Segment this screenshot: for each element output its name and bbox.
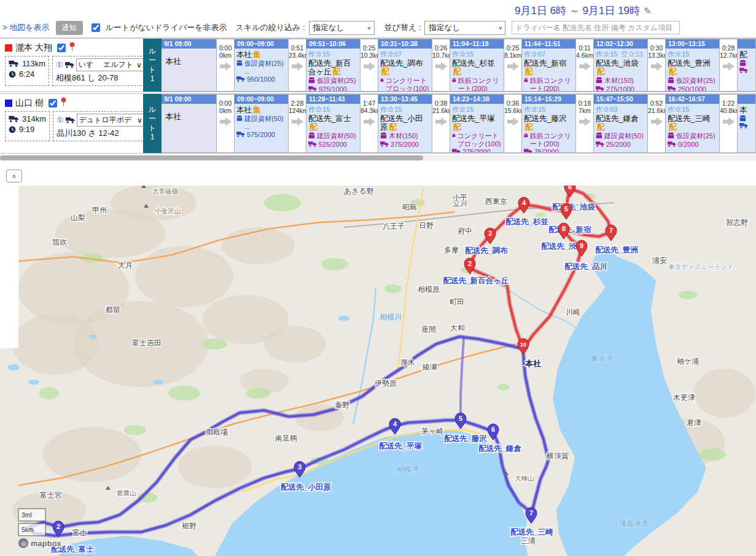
travel-distance: 21.6km (648, 107, 665, 114)
clock-icon (9, 126, 16, 133)
cell-time-header: 11:28~11:43 (306, 95, 360, 104)
route-stop-cell[interactable]: 10:31~10:38作:0:07配送先_調布配コンクリートブロック(100)8… (378, 39, 432, 92)
work-time: 作:0:07 (380, 50, 430, 58)
route-stop-cell[interactable]: 11:44~11:51作:0:07配送先_新宿配鉄筋コンクリート(200)425… (522, 39, 576, 92)
chevron-down-icon: ∨ (136, 61, 142, 69)
route-stop-cell[interactable]: 15:47~15:50作:0:03配送先_鎌倉配建設資材(50)25/2000 (594, 94, 648, 153)
stop-type-tag: 配 (669, 123, 677, 131)
driver-pin-icon[interactable] (60, 97, 67, 109)
map-city-label: 富士 (72, 528, 87, 537)
route-travel-cell: 0:00 0km (217, 39, 235, 92)
route-stop-cell[interactable]: 11:04~11:19作:0:15配送先_杉並配鉄筋コンクリート(200)625… (450, 39, 504, 92)
cargo-box-icon (524, 132, 528, 139)
horizontal-scrollbar[interactable] (0, 155, 756, 161)
route-stop-cell[interactable]: 16:42~16:57作:0:15配送先_三崎配仮設資材(25)0/2000 (666, 94, 720, 153)
load-line: 75/2000 (524, 148, 574, 153)
delivery-destination-label: 配送先_杉並 (505, 217, 548, 226)
search-input[interactable] (512, 21, 680, 34)
route-start-cell[interactable]: 9/1 09:00本社 (162, 39, 217, 92)
stop-type-tag: 配 (597, 68, 605, 76)
map-mountain-label: 小金沢山 (155, 207, 181, 214)
map-city-label: 都留 (105, 305, 120, 314)
route-stop-cell[interactable]: 配 (738, 39, 755, 92)
route-start-cell[interactable]: 9/1 09:00本社 (162, 94, 217, 153)
map[interactable]: 山梨甲州笛吹大月都留富士吉田御殿場南足柄秦野厚木伊勢原綾瀬相模原町田座間大和八王… (0, 186, 756, 556)
travel-arrow-icon (292, 61, 303, 71)
truck-icon (308, 141, 317, 147)
driver-pin-icon[interactable] (69, 42, 76, 53)
map-canvas[interactable]: 山梨甲州笛吹大月都留富士吉田御殿場南足柄秦野厚木伊勢原綾瀬相模原町田座間大和八王… (0, 186, 756, 556)
route-stop-cell[interactable]: 13:00~13:15作:0:15配送先_豊洲配仮設資材(25)250/1000 (666, 39, 720, 92)
map-margin (0, 186, 18, 348)
park-area (384, 284, 402, 293)
map-poi-label: 東京ディズニーランド (668, 263, 734, 270)
scrollbar-thumb[interactable] (0, 155, 423, 160)
delivery-destination-label: 配送先_鎌倉 (478, 444, 521, 453)
driver-row: 山口 樹314km9:19①デュトロ平ボデ∨品川130 さ 12-42ルート19… (0, 93, 756, 154)
truck-icon (596, 85, 604, 92)
stop-type-tag: 配 (525, 68, 533, 76)
route-stop-cell[interactable]: 本 (738, 94, 755, 153)
collapse-map-button[interactable]: ∧ (6, 170, 22, 182)
route-label[interactable]: ルート1 (143, 39, 162, 92)
cargo-line: 建設資材(50) ... (236, 115, 286, 130)
map-city-label: 綾瀬 (422, 362, 437, 371)
route-board: 瀧本 大翔113km6:24①いすゞ エルフト∨相模861 し 20-78ルート… (0, 37, 756, 154)
driver-stats-box: 314km9:19 (5, 111, 50, 141)
truck-icon (380, 141, 389, 147)
driver-checkbox[interactable] (57, 44, 66, 52)
travel-time: 0:38 (432, 100, 450, 107)
work-time: 作:0:15 (308, 106, 358, 114)
stop-type-tag: 配 (310, 123, 318, 131)
delivery-destination-label: 配送先_調布 (465, 246, 508, 255)
vehicle-plate: 相模861 し 20-78 (56, 72, 144, 84)
route-stop-cell[interactable]: 09:51~10:06作:0:15配送先_新百合ヶ丘配仮設資材(25)925/1… (306, 39, 360, 92)
cell-body: 作:0:07配送先_調布配コンクリートブロック(100)825/1000 (378, 49, 432, 92)
route-travel-cell: 0:30 13.3km (648, 39, 666, 92)
notify-button[interactable]: 通知 (56, 21, 83, 35)
route-stop-cell[interactable]: 09:00~09:00本社集仮設資材(25) ...950/1000 (235, 39, 289, 92)
route-stop-marker-red-number: 4 (522, 199, 526, 206)
sort-select[interactable]: 指定なし∨ (424, 21, 505, 35)
route-timeline: ルート19/1 09:00本社0:00 0km 09:00~09:00本社集仮設… (143, 39, 755, 92)
route-stop-marker-red-number: 2 (468, 260, 472, 267)
travel-arrow-icon (723, 61, 735, 71)
travel-time: 0:18 (576, 100, 593, 107)
load-line: 950/1000 (236, 76, 286, 84)
skill-filter-select[interactable]: 指定なし∨ (309, 21, 375, 35)
route-stop-cell[interactable]: 11:28~11:43作:0:15配送先_富士配建設資材(50)525/2000 (306, 94, 360, 153)
driver-duration: 6:24 (9, 69, 45, 79)
cargo-box-icon (236, 115, 243, 122)
route-stop-cell[interactable]: 12:02~12:30作:0:15空:0:13配送先_池袋配木材(150)275… (594, 39, 648, 92)
route-stop-cell[interactable]: 15:14~15:29作:0:15配送先_藤沢配鉄筋コンクリート(200)75/… (522, 94, 576, 153)
edit-date-icon[interactable]: ✎ (644, 6, 652, 16)
map-mountain-label: 愛鷹山 (117, 489, 136, 496)
park-area (536, 213, 545, 217)
park-area (203, 339, 227, 350)
cell-location-name: 配送先_新百合ヶ丘配 (308, 59, 358, 76)
load-line: 275/2000 (452, 148, 502, 153)
vehicle-select[interactable]: いすゞ エルフト∨ (76, 58, 144, 71)
show-map-link[interactable]: > 地図を表示 (2, 22, 50, 33)
park-area (321, 258, 348, 270)
terrain-shading (43, 427, 141, 482)
driver-checkbox[interactable] (49, 99, 57, 108)
route-stop-cell[interactable]: 09:00~09:00本社集建設資材(50) ...575/2000 (235, 94, 289, 153)
work-time: 作:0:15 (668, 106, 717, 114)
route-stop-marker-blue-number: 3 (298, 463, 302, 471)
travel-distance: 8.1km (504, 52, 521, 59)
cargo-box-icon (524, 77, 528, 84)
travel-time: 0:51 (289, 44, 306, 52)
route-label[interactable]: ルート1 (143, 94, 162, 153)
route-stop-cell[interactable]: 13:30~13:45作:0:15配送先_小田原配木材(150)375/2000 (378, 94, 432, 153)
vehicle-select[interactable]: デュトロ平ボデ∨ (77, 114, 145, 127)
travel-distance: 4.6km (576, 52, 593, 59)
hide-no-route-checkbox[interactable] (92, 23, 100, 32)
route-stop-cell[interactable]: 14:23~14:38作:0:15配送先_平塚配コンクリートブロック(100)2… (450, 94, 504, 153)
travel-arrow-icon (507, 117, 519, 127)
travel-arrow-icon (507, 61, 519, 71)
map-city-label: 山梨 (71, 213, 85, 222)
load-line: 925/1000 (308, 85, 358, 92)
truck-icon (596, 141, 604, 147)
cargo-line: 仮設資材(25) (668, 77, 717, 85)
